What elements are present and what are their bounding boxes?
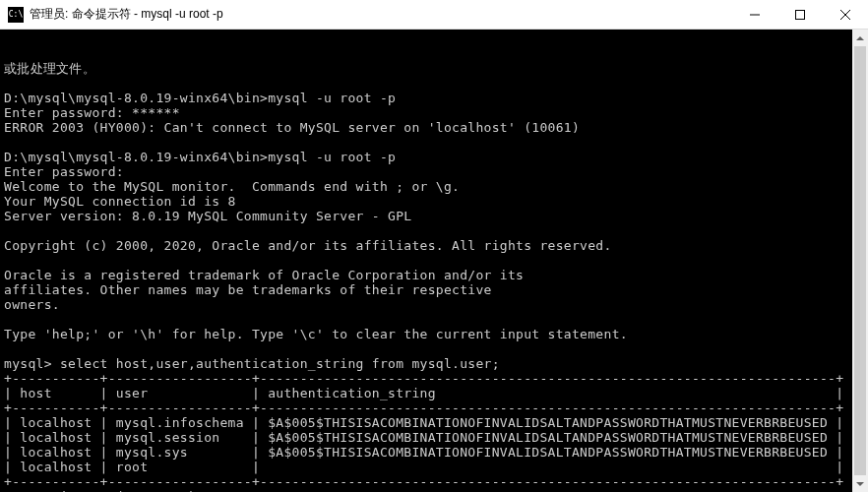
vertical-scrollbar[interactable] bbox=[852, 30, 868, 492]
window-titlebar: C:\ 管理员: 命令提示符 - mysql -u root -p bbox=[0, 0, 868, 30]
close-button[interactable] bbox=[823, 0, 868, 29]
scroll-down-button[interactable] bbox=[852, 475, 868, 492]
scrollbar-thumb[interactable] bbox=[854, 46, 866, 475]
cmd-icon: C:\ bbox=[8, 7, 24, 23]
scroll-up-button[interactable] bbox=[852, 30, 868, 46]
minimize-button[interactable] bbox=[732, 0, 777, 29]
maximize-button[interactable] bbox=[777, 0, 823, 29]
svg-rect-1 bbox=[796, 10, 805, 19]
terminal-area[interactable]: 或批处理文件。 D:\mysql\mysql-8.0.19-winx64\bin… bbox=[0, 30, 868, 492]
terminal-output: 或批处理文件。 D:\mysql\mysql-8.0.19-winx64\bin… bbox=[4, 61, 864, 492]
scrollbar-track[interactable] bbox=[852, 46, 868, 475]
svg-marker-5 bbox=[856, 482, 864, 486]
window-controls bbox=[732, 0, 868, 29]
window-title: 管理员: 命令提示符 - mysql -u root -p bbox=[30, 6, 732, 23]
svg-marker-4 bbox=[856, 36, 864, 40]
